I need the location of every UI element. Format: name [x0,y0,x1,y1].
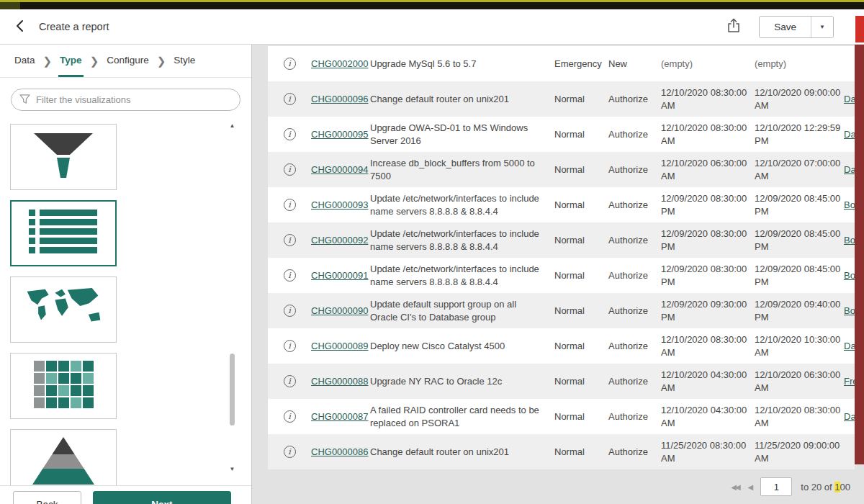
change-number-link[interactable]: CHG0000093 [311,199,370,210]
assigned-to-link[interactable]: Dav [844,411,855,422]
row-description: Deploy new Cisco Catalyst 4500 [370,340,554,353]
next-step-button[interactable]: Next [93,491,231,504]
change-number-link[interactable]: CHG0000096 [311,94,370,104]
scrollbar-thumb[interactable] [230,354,235,426]
first-page-icon[interactable]: ◀◀ [731,483,739,491]
row-description: Upgrade NY RAC to Oracle 12c [370,375,554,388]
pyramid-chart-icon [31,436,96,485]
viz-thumbnail-pyramid[interactable] [10,429,117,485]
info-icon[interactable]: i [284,128,296,140]
change-number-link[interactable]: CHG0000092 [311,235,370,246]
row-state: New [608,58,661,69]
table-row[interactable]: i CHG0000095 Upgrade OWA-SD-01 to MS Win… [268,117,855,152]
row-end-date: 12/10/2020 07:00:00 AM [755,157,844,182]
viz-thumbnail-heatmap[interactable] [10,353,117,419]
row-priority: Normal [554,376,608,387]
table-row[interactable]: i CHG0000091 Update /etc/network/interfa… [268,258,855,293]
info-icon[interactable]: i [284,410,296,423]
table-row[interactable]: i CHG0000090 Update default support grou… [268,293,855,328]
row-start-date: 12/10/2020 08:30:00 AM [661,122,755,147]
save-button[interactable]: Save [760,17,811,37]
assigned-to-link[interactable]: Dav [844,129,855,140]
row-end-date: 11/25/2020 09:00:00 AM [755,439,844,464]
step-configure[interactable]: Configure [105,45,150,77]
change-number-link[interactable]: CHG0000091 [311,270,370,281]
page-number-input[interactable] [760,477,792,496]
assigned-to-link[interactable]: Dav [844,164,855,175]
back-chevron-icon [14,19,26,35]
assigned-to-link[interactable]: Fre [844,376,855,387]
export-button[interactable] [727,18,740,35]
table-row[interactable]: i CHG0002000 Upgrade MySql 5.6 to 5.7 Em… [268,46,855,81]
screen-edge-artifact [855,45,864,464]
info-icon[interactable]: i [284,340,296,352]
world-map-icon [20,286,107,333]
save-button-group: Save ▼ [759,16,834,38]
scroll-down-icon[interactable]: ▼ [228,466,237,472]
previous-page-icon[interactable]: ◀ [748,483,752,491]
panel-scrollbar[interactable]: ▲ ▼ [228,122,237,472]
viz-thumbnail-funnel[interactable] [10,124,117,190]
screen-edge-artifact [855,16,864,42]
info-icon[interactable]: i [284,234,296,246]
row-end-date: (empty) [755,58,844,71]
wizard-footer: Back Next [0,485,251,504]
change-number-link[interactable]: CHG0000094 [311,164,370,175]
table-row[interactable]: i CHG0000086 Change default router on un… [268,434,855,469]
viz-thumbnail-list[interactable] [10,200,117,266]
info-icon[interactable]: i [284,269,296,282]
table-row[interactable]: i CHG0000093 Update /etc/network/interfa… [268,187,855,222]
info-icon[interactable]: i [284,305,296,317]
chevron-right-icon: ❯ [43,45,53,77]
pagination-range-text: to 20 of 100 [801,482,850,492]
row-end-date: 12/10/2020 06:30:00 AM [755,369,844,394]
row-state: Authorize [608,94,661,104]
assigned-to-link[interactable]: Bow [844,305,855,316]
row-priority: Normal [554,235,608,246]
assigned-to-link[interactable]: Bow [844,270,855,281]
row-description: Update default support group on all Orac… [370,298,554,323]
step-style[interactable]: Style [172,45,197,77]
change-number-link[interactable]: CHG0000090 [311,305,370,316]
info-icon[interactable]: i [284,93,296,105]
table-row[interactable]: i CHG0000088 Upgrade NY RAC to Oracle 12… [268,364,855,399]
row-priority: Normal [554,446,608,457]
share-icon [727,18,740,35]
assigned-to-link[interactable]: Bow [844,235,855,246]
table-row[interactable]: i CHG0000096 Change default router on un… [268,81,855,117]
assigned-to-link[interactable]: Dav [844,341,855,351]
save-dropdown-button[interactable]: ▼ [811,17,833,37]
assigned-to-link[interactable]: Dav [844,94,855,104]
assigned-to-link[interactable]: Bow [844,199,855,210]
info-icon[interactable]: i [284,446,296,458]
row-end-date: 12/10/2020 10:30:00 AM [755,333,844,359]
info-icon[interactable]: i [284,375,296,387]
row-description: Upgrade OWA-SD-01 to MS Windows Server 2… [370,122,554,147]
table-row[interactable]: i CHG0000087 A failed RAID controller ca… [268,399,855,434]
info-icon[interactable]: i [284,199,296,211]
table-row[interactable]: i CHG0000089 Deploy new Cisco Catalyst 4… [268,328,855,364]
change-number-link[interactable]: CHG0000087 [311,411,370,422]
filter-visualizations-input[interactable] [11,89,240,111]
table-row[interactable]: i CHG0000094 Increase db_block_buffers f… [268,152,855,187]
report-preview-area: i CHG0002000 Upgrade MySql 5.6 to 5.7 Em… [252,45,864,504]
change-number-link[interactable]: CHG0002000 [311,58,370,69]
back-step-button[interactable]: Back [13,491,81,504]
change-number-link[interactable]: CHG0000086 [311,446,370,457]
step-data[interactable]: Data [13,45,37,77]
row-end-date: 12/10/2020 09:00:00 AM [755,86,844,112]
browser-top-strip [0,0,864,9]
viz-thumbnail-world-map[interactable] [10,276,117,343]
change-number-link[interactable]: CHG0000088 [311,376,370,387]
row-priority: Normal [554,305,608,316]
back-button[interactable] [12,17,29,37]
change-number-link[interactable]: CHG0000095 [311,129,370,140]
change-number-link[interactable]: CHG0000089 [311,341,370,351]
info-icon[interactable]: i [284,58,296,70]
filter-funnel-icon [19,94,30,107]
info-icon[interactable]: i [284,163,296,176]
step-type[interactable]: Type [58,45,84,77]
scroll-up-icon[interactable]: ▲ [228,122,237,129]
table-row[interactable]: i CHG0000092 Update /etc/network/interfa… [268,222,855,258]
wizard-steps: Data ❯ Type ❯ Configure ❯ Style [0,45,251,78]
